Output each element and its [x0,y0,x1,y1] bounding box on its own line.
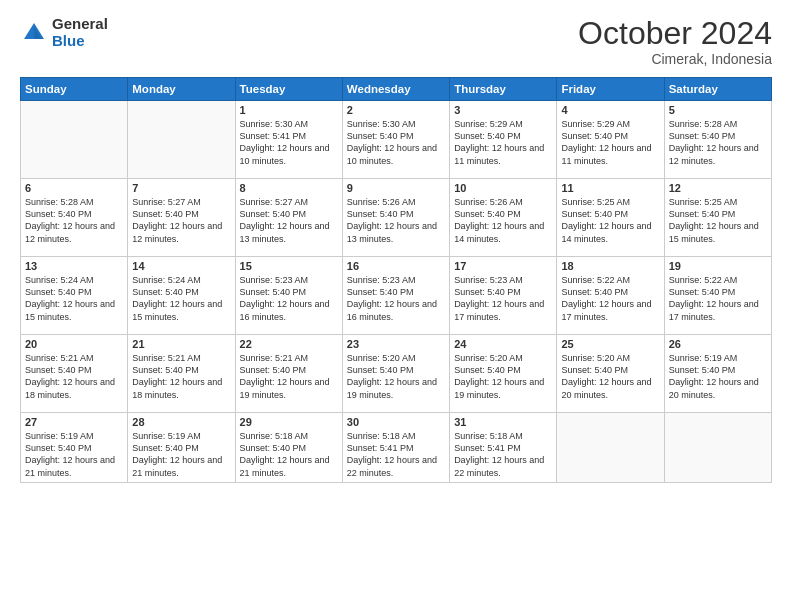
day-number: 6 [25,182,123,194]
logo-icon [20,19,48,47]
calendar-cell: 13Sunrise: 5:24 AM Sunset: 5:40 PM Dayli… [21,257,128,335]
logo-blue: Blue [52,33,108,50]
calendar-cell: 20Sunrise: 5:21 AM Sunset: 5:40 PM Dayli… [21,335,128,413]
col-tuesday: Tuesday [235,78,342,101]
day-number: 17 [454,260,552,272]
day-info: Sunrise: 5:28 AM Sunset: 5:40 PM Dayligh… [25,196,123,245]
calendar-table: Sunday Monday Tuesday Wednesday Thursday… [20,77,772,483]
calendar-cell: 17Sunrise: 5:23 AM Sunset: 5:40 PM Dayli… [450,257,557,335]
day-info: Sunrise: 5:22 AM Sunset: 5:40 PM Dayligh… [561,274,659,323]
calendar-cell: 25Sunrise: 5:20 AM Sunset: 5:40 PM Dayli… [557,335,664,413]
calendar-cell: 1Sunrise: 5:30 AM Sunset: 5:41 PM Daylig… [235,101,342,179]
day-info: Sunrise: 5:27 AM Sunset: 5:40 PM Dayligh… [132,196,230,245]
logo-general: General [52,16,108,33]
day-info: Sunrise: 5:18 AM Sunset: 5:41 PM Dayligh… [454,430,552,479]
day-info: Sunrise: 5:28 AM Sunset: 5:40 PM Dayligh… [669,118,767,167]
day-info: Sunrise: 5:21 AM Sunset: 5:40 PM Dayligh… [25,352,123,401]
calendar-cell: 18Sunrise: 5:22 AM Sunset: 5:40 PM Dayli… [557,257,664,335]
day-info: Sunrise: 5:24 AM Sunset: 5:40 PM Dayligh… [25,274,123,323]
day-info: Sunrise: 5:18 AM Sunset: 5:40 PM Dayligh… [240,430,338,479]
calendar-cell: 29Sunrise: 5:18 AM Sunset: 5:40 PM Dayli… [235,413,342,483]
calendar-week-5: 27Sunrise: 5:19 AM Sunset: 5:40 PM Dayli… [21,413,772,483]
day-number: 10 [454,182,552,194]
month-title: October 2024 [578,16,772,51]
calendar-week-1: 1Sunrise: 5:30 AM Sunset: 5:41 PM Daylig… [21,101,772,179]
day-info: Sunrise: 5:25 AM Sunset: 5:40 PM Dayligh… [669,196,767,245]
day-number: 30 [347,416,445,428]
calendar-cell: 14Sunrise: 5:24 AM Sunset: 5:40 PM Dayli… [128,257,235,335]
calendar-cell: 4Sunrise: 5:29 AM Sunset: 5:40 PM Daylig… [557,101,664,179]
day-info: Sunrise: 5:29 AM Sunset: 5:40 PM Dayligh… [561,118,659,167]
calendar-body: 1Sunrise: 5:30 AM Sunset: 5:41 PM Daylig… [21,101,772,483]
calendar-cell: 2Sunrise: 5:30 AM Sunset: 5:40 PM Daylig… [342,101,449,179]
day-number: 23 [347,338,445,350]
logo: General Blue [20,16,108,49]
title-block: October 2024 Cimerak, Indonesia [578,16,772,67]
day-number: 25 [561,338,659,350]
day-number: 31 [454,416,552,428]
day-number: 3 [454,104,552,116]
day-info: Sunrise: 5:24 AM Sunset: 5:40 PM Dayligh… [132,274,230,323]
calendar-cell: 26Sunrise: 5:19 AM Sunset: 5:40 PM Dayli… [664,335,771,413]
calendar-cell [557,413,664,483]
col-saturday: Saturday [664,78,771,101]
day-info: Sunrise: 5:19 AM Sunset: 5:40 PM Dayligh… [132,430,230,479]
calendar-cell: 24Sunrise: 5:20 AM Sunset: 5:40 PM Dayli… [450,335,557,413]
calendar-cell: 10Sunrise: 5:26 AM Sunset: 5:40 PM Dayli… [450,179,557,257]
day-number: 9 [347,182,445,194]
day-info: Sunrise: 5:30 AM Sunset: 5:40 PM Dayligh… [347,118,445,167]
day-info: Sunrise: 5:19 AM Sunset: 5:40 PM Dayligh… [669,352,767,401]
day-info: Sunrise: 5:20 AM Sunset: 5:40 PM Dayligh… [347,352,445,401]
calendar-cell: 21Sunrise: 5:21 AM Sunset: 5:40 PM Dayli… [128,335,235,413]
day-number: 5 [669,104,767,116]
header: General Blue October 2024 Cimerak, Indon… [20,16,772,67]
calendar-cell: 8Sunrise: 5:27 AM Sunset: 5:40 PM Daylig… [235,179,342,257]
calendar-cell: 23Sunrise: 5:20 AM Sunset: 5:40 PM Dayli… [342,335,449,413]
day-info: Sunrise: 5:23 AM Sunset: 5:40 PM Dayligh… [454,274,552,323]
logo-text: General Blue [52,16,108,49]
calendar-page: General Blue October 2024 Cimerak, Indon… [0,0,792,612]
col-friday: Friday [557,78,664,101]
calendar-cell: 28Sunrise: 5:19 AM Sunset: 5:40 PM Dayli… [128,413,235,483]
calendar-week-2: 6Sunrise: 5:28 AM Sunset: 5:40 PM Daylig… [21,179,772,257]
day-info: Sunrise: 5:27 AM Sunset: 5:40 PM Dayligh… [240,196,338,245]
day-number: 7 [132,182,230,194]
calendar-cell: 6Sunrise: 5:28 AM Sunset: 5:40 PM Daylig… [21,179,128,257]
day-number: 20 [25,338,123,350]
day-info: Sunrise: 5:18 AM Sunset: 5:41 PM Dayligh… [347,430,445,479]
calendar-cell: 7Sunrise: 5:27 AM Sunset: 5:40 PM Daylig… [128,179,235,257]
day-info: Sunrise: 5:21 AM Sunset: 5:40 PM Dayligh… [132,352,230,401]
day-number: 27 [25,416,123,428]
day-number: 2 [347,104,445,116]
calendar-cell: 12Sunrise: 5:25 AM Sunset: 5:40 PM Dayli… [664,179,771,257]
day-info: Sunrise: 5:22 AM Sunset: 5:40 PM Dayligh… [669,274,767,323]
calendar-cell: 15Sunrise: 5:23 AM Sunset: 5:40 PM Dayli… [235,257,342,335]
day-number: 14 [132,260,230,272]
day-info: Sunrise: 5:29 AM Sunset: 5:40 PM Dayligh… [454,118,552,167]
day-info: Sunrise: 5:20 AM Sunset: 5:40 PM Dayligh… [561,352,659,401]
day-number: 19 [669,260,767,272]
day-info: Sunrise: 5:26 AM Sunset: 5:40 PM Dayligh… [347,196,445,245]
day-number: 8 [240,182,338,194]
day-number: 24 [454,338,552,350]
calendar-cell: 19Sunrise: 5:22 AM Sunset: 5:40 PM Dayli… [664,257,771,335]
calendar-cell: 3Sunrise: 5:29 AM Sunset: 5:40 PM Daylig… [450,101,557,179]
day-number: 26 [669,338,767,350]
calendar-cell: 11Sunrise: 5:25 AM Sunset: 5:40 PM Dayli… [557,179,664,257]
day-number: 22 [240,338,338,350]
day-number: 18 [561,260,659,272]
calendar-cell [128,101,235,179]
calendar-week-4: 20Sunrise: 5:21 AM Sunset: 5:40 PM Dayli… [21,335,772,413]
col-monday: Monday [128,78,235,101]
day-info: Sunrise: 5:23 AM Sunset: 5:40 PM Dayligh… [347,274,445,323]
calendar-cell: 16Sunrise: 5:23 AM Sunset: 5:40 PM Dayli… [342,257,449,335]
calendar-cell: 30Sunrise: 5:18 AM Sunset: 5:41 PM Dayli… [342,413,449,483]
day-number: 15 [240,260,338,272]
day-info: Sunrise: 5:21 AM Sunset: 5:40 PM Dayligh… [240,352,338,401]
calendar-cell: 27Sunrise: 5:19 AM Sunset: 5:40 PM Dayli… [21,413,128,483]
day-number: 11 [561,182,659,194]
location-subtitle: Cimerak, Indonesia [578,51,772,67]
calendar-cell [664,413,771,483]
day-number: 12 [669,182,767,194]
day-info: Sunrise: 5:26 AM Sunset: 5:40 PM Dayligh… [454,196,552,245]
